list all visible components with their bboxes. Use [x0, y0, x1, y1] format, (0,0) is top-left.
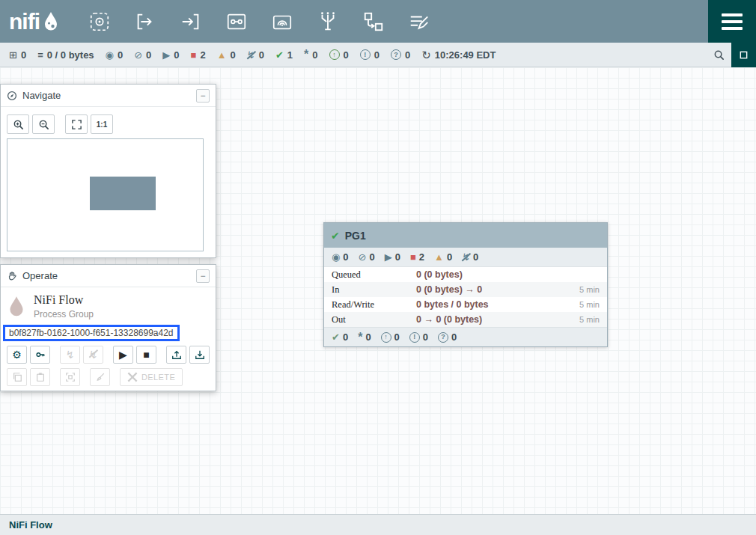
actual-size-icon: 1:1 [97, 120, 107, 129]
global-menu-button[interactable] [708, 0, 756, 43]
flow-canvas[interactable]: Navigate − [0, 67, 756, 514]
operate-buttons-row-2: DELETE [1, 368, 216, 386]
up-arrow-icon: ↑ [381, 332, 391, 343]
paste-button[interactable] [30, 368, 50, 386]
flow-id-row: b0f827fb-0162-1000-f651-13328699a42d [1, 320, 216, 341]
access-policies-button[interactable] [30, 346, 50, 364]
disabled-bolt-slash-icon: ↯ [462, 252, 470, 262]
stale-status: ↑ 0 [329, 49, 349, 61]
template-download-icon [195, 349, 205, 360]
gear-icon: ⚙ [12, 349, 22, 361]
flow-id-field[interactable]: b0f827fb-0162-1000-f651-13328699a42d [3, 325, 180, 341]
pg1-name: PG1 [345, 230, 366, 242]
delete-x-icon [127, 372, 138, 382]
pg1-header: ✔ PG1 [324, 223, 607, 248]
sync-failure-question-icon: ? [391, 49, 401, 60]
processor-component-button[interactable] [87, 9, 112, 34]
funnel-component-button[interactable] [315, 9, 341, 34]
process-group-pg1[interactable]: ✔ PG1 ◉ 0 ⊘ 0 ▶ 0 ■ 2 [323, 222, 608, 347]
process-group-drop-icon [7, 295, 26, 319]
enable-button[interactable]: ↯ [60, 346, 80, 364]
running-count: 0 [174, 49, 179, 61]
disable-button[interactable]: ↯ [83, 346, 103, 364]
pg1-invalid-stat: ▲ 0 [434, 251, 452, 263]
queued-count: 0 / 0 bytes [47, 49, 94, 61]
locally-modified-stale-count: 0 [374, 49, 379, 61]
not-transmitting-count: 0 [146, 49, 151, 61]
locally-modified-count: 0 [312, 49, 317, 61]
sync-failure-count: 0 [405, 49, 410, 61]
delete-button[interactable]: DELETE [120, 368, 183, 386]
threads-grid-icon: ⊞ [9, 50, 17, 60]
label-component-button[interactable] [406, 9, 432, 34]
invalid-count: 0 [231, 49, 236, 61]
locally-modified-status: * 0 [304, 49, 317, 61]
process-group-component-button[interactable] [224, 9, 249, 34]
zoom-out-button[interactable] [32, 114, 55, 134]
pg1-locally-modified-stale-stat: ! 0 [409, 331, 428, 343]
queued-list-icon: ≡ [37, 50, 43, 60]
pg1-transmitting-stat: ◉ 0 [332, 251, 349, 263]
fit-screen-icon [71, 119, 82, 130]
active-threads-count: 0 [21, 49, 26, 61]
group-icon [65, 372, 76, 382]
fill-color-button[interactable] [90, 368, 110, 386]
stopped-count: 2 [200, 49, 205, 61]
template-upload-button[interactable] [166, 346, 186, 364]
breadcrumb-root[interactable]: NiFi Flow [9, 519, 52, 531]
template-component-button[interactable] [361, 9, 386, 34]
input-port-component-button[interactable] [132, 9, 158, 34]
bolt-icon: ↯ [66, 349, 75, 361]
pg1-out-row: Out 0 → 0 (0 bytes) 5 min [324, 312, 607, 327]
not-transmitting-status: ⊘ 0 [134, 49, 151, 61]
zoom-fit-button[interactable] [65, 114, 88, 134]
compass-icon [7, 91, 17, 101]
processor-icon [88, 10, 111, 33]
output-port-component-button[interactable] [178, 9, 204, 34]
pg1-sync-failure-stat: ? 0 [438, 331, 457, 343]
start-button[interactable]: ▶ [113, 346, 133, 364]
selected-component-summary: NiFi Flow Process Group [1, 287, 216, 320]
group-button[interactable] [60, 368, 80, 386]
collapse-operate-button[interactable]: − [196, 269, 210, 283]
output-port-icon [180, 10, 202, 33]
pg1-not-transmitting-stat: ⊘ 0 [359, 251, 375, 263]
navigate-palette-header: Navigate − [1, 85, 216, 107]
hamburger-icon [722, 13, 743, 16]
zoom-out-icon [38, 119, 49, 130]
settings-button[interactable]: ⚙ [7, 346, 27, 364]
zoom-actual-button[interactable]: 1:1 [91, 114, 113, 134]
asterisk-icon: * [358, 331, 362, 343]
queued-status: ≡ 0 / 0 bytes [37, 49, 94, 61]
transmitting-count: 0 [118, 49, 123, 61]
locally-modified-stale-icon: ! [360, 49, 371, 60]
locally-modified-stale-status: ! 0 [360, 49, 379, 61]
collapse-navigate-button[interactable]: − [196, 89, 210, 103]
panel-toggle-button[interactable] [731, 43, 756, 67]
pg1-locally-modified-stat: * 0 [358, 331, 371, 343]
zoom-in-button[interactable] [7, 114, 29, 134]
disabled-count: 0 [259, 49, 264, 61]
nifi-logo-text: nifi [9, 9, 40, 34]
not-transmitting-icon: ⊘ [134, 50, 142, 60]
status-bar: ⊞ 0 ≡ 0 / 0 bytes ◉ 0 ⊘ 0 ▶ 0 ■ 2 ▲ 0 [0, 43, 756, 67]
selected-component-names: NiFi Flow Process Group [34, 293, 94, 320]
birdseye-minimap[interactable] [7, 138, 204, 251]
pg1-disabled-stat: ↯ 0 [462, 251, 478, 263]
up-to-date-count: 1 [287, 49, 293, 61]
stale-up-arrow-icon: ↑ [329, 49, 340, 60]
question-icon: ? [438, 332, 448, 343]
pg1-in-row: In 0 (0 bytes) → 0 5 min [324, 282, 607, 297]
search-button[interactable] [706, 43, 731, 67]
copy-button[interactable] [7, 368, 27, 386]
exclamation-icon: ! [409, 332, 420, 343]
template-download-button[interactable] [189, 346, 210, 364]
stop-button[interactable]: ■ [136, 346, 156, 364]
pg1-stopped-stat: ■ 2 [410, 251, 424, 263]
refresh-icon[interactable]: ↻ [421, 49, 431, 61]
pg1-up-to-date-stat: ✔ 0 [332, 331, 348, 343]
operate-buttons-row-1: ⚙ ↯ ↯ ▶ [1, 346, 216, 364]
navigate-palette: Navigate − [0, 84, 216, 258]
remote-process-group-component-button[interactable] [269, 9, 295, 34]
nifi-logo[interactable]: nifi [9, 9, 60, 34]
